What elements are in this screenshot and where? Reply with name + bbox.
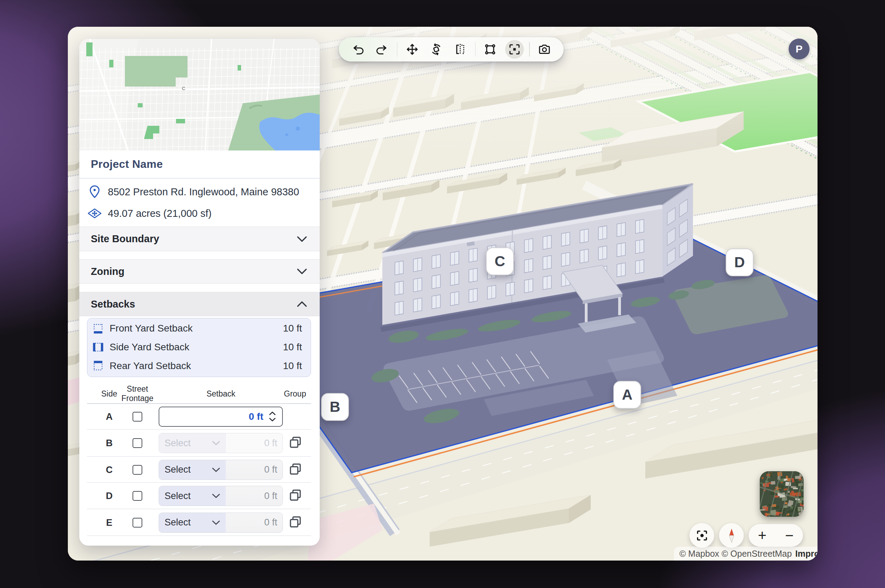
toolbar-separator [475, 42, 476, 57]
copy-icon [288, 436, 302, 450]
vertex-badge-letter: A [622, 387, 632, 403]
setback-label: Front Yard Setback [110, 323, 193, 334]
copy-group-button-B[interactable] [288, 436, 302, 450]
setback-combo-D: Select 0 ft [159, 486, 283, 506]
compass-needle-icon [723, 527, 740, 544]
section-zoning[interactable]: Zoning [79, 259, 320, 284]
section-site-boundary[interactable]: Site Boundary [79, 226, 320, 251]
setback-value-input-A[interactable]: 0 ft [159, 406, 283, 427]
setback-select-C[interactable]: Select [159, 460, 226, 480]
stepper-down-icon[interactable] [269, 418, 276, 422]
setback-value-text: 0 ft [264, 517, 277, 528]
chevron-down-icon [297, 268, 307, 274]
focus-selection-icon [508, 43, 521, 56]
move-tool-button[interactable] [403, 40, 421, 59]
copy-icon [288, 516, 302, 530]
rear-yard-setback-row: Rear Yard Setback 10 ft [87, 357, 311, 375]
map-attribution: © Mapbox © OpenStreetMap Improve this ma… [674, 547, 817, 561]
satellite-imagery [760, 471, 804, 517]
zoom-in-button[interactable]: + [749, 524, 776, 547]
mirror-icon [454, 43, 467, 56]
column-header-street-frontage: Street Frontage [117, 384, 158, 403]
redo-icon [376, 43, 388, 56]
redo-button[interactable] [373, 40, 391, 59]
column-header-setback: Setback [186, 389, 256, 399]
street-frontage-checkbox-C[interactable] [132, 465, 142, 475]
zoom-in-label: + [758, 528, 767, 543]
chevron-down-icon [212, 467, 220, 472]
location-pin-icon [87, 185, 102, 199]
copy-group-button-D[interactable] [288, 489, 302, 503]
stepper-control[interactable] [269, 411, 276, 422]
project-sidebar: C Project Name 8502 Preston Rd. Inglewoo… [79, 39, 320, 546]
street-frontage-checkbox-A[interactable] [132, 412, 142, 422]
setback-row-D: D Select 0 ft [79, 483, 320, 509]
copy-group-button-C[interactable] [288, 463, 302, 477]
street-frontage-checkbox-D[interactable] [132, 491, 142, 501]
improve-map-link[interactable]: Improve this map [795, 549, 817, 559]
toolbar-separator [397, 42, 397, 57]
side-label: D [95, 491, 123, 501]
undo-button[interactable] [349, 40, 367, 59]
desktop-background: C D B A [0, 0, 885, 588]
zoom-out-label: − [785, 528, 794, 543]
transform-bounds-icon [484, 43, 497, 56]
mirror-tool-button[interactable] [451, 40, 470, 59]
setback-row-E: E Select 0 ft [79, 509, 320, 536]
focus-selection-button[interactable] [505, 40, 524, 59]
project-title[interactable]: Project Name [91, 150, 163, 178]
setback-value-text: 0 ft [264, 491, 277, 501]
chevron-down-icon [212, 441, 220, 446]
avatar-initial: P [796, 43, 802, 55]
setback-value-text: 0 ft [264, 464, 277, 475]
setback-row-A: A 0 ft [79, 404, 320, 429]
user-avatar[interactable]: P [789, 39, 810, 59]
vertex-badge-A[interactable]: A [613, 381, 641, 409]
front-yard-setback-icon [92, 322, 104, 334]
site-area-icon [87, 208, 102, 219]
setback-label: Rear Yard Setback [110, 360, 191, 372]
setback-value-D: 0 ft [226, 486, 283, 506]
svg-text:C: C [182, 86, 185, 91]
basemap-style-thumbnail[interactable] [760, 471, 804, 517]
snapshot-camera-button[interactable] [535, 40, 554, 59]
recenter-button[interactable] [689, 523, 714, 548]
divider [79, 178, 320, 178]
chevron-down-icon [212, 520, 220, 525]
section-setbacks[interactable]: Setbacks [79, 292, 320, 316]
setback-value-E: 0 ft [226, 513, 283, 532]
select-placeholder: Select [164, 438, 191, 448]
select-placeholder: Select [164, 491, 191, 501]
compass-button[interactable] [719, 523, 744, 548]
setback-value-text: 0 ft [264, 438, 277, 448]
street-frontage-checkbox-E[interactable] [132, 518, 142, 528]
side-label: E [95, 517, 123, 528]
setback-select-B[interactable]: Select [159, 434, 226, 453]
camera-icon [538, 43, 551, 56]
chevron-down-icon [297, 236, 307, 242]
vertex-badge-C[interactable]: C [486, 248, 514, 275]
area-row: 49.07 acres (21,000 sf) [79, 203, 320, 224]
vertex-badge-D[interactable]: D [725, 249, 754, 276]
setback-value: 10 ft [283, 342, 302, 353]
vertex-badge-B[interactable]: B [321, 393, 349, 421]
street-frontage-checkbox-B[interactable] [132, 438, 142, 448]
app-window: C D B A [68, 27, 817, 561]
map-toolbar [339, 37, 564, 62]
setback-select-D[interactable]: Select [159, 486, 226, 506]
setback-value: 10 ft [283, 360, 302, 372]
stepper-up-icon[interactable] [269, 411, 276, 415]
zoom-out-button[interactable]: − [776, 524, 803, 547]
rotate-tool-button[interactable] [427, 40, 446, 59]
toolbar-separator [529, 42, 530, 57]
copy-group-button-E[interactable] [288, 516, 302, 530]
setback-combo-B: Select 0 ft [159, 433, 283, 453]
vertex-badge-letter: D [734, 254, 745, 271]
section-label: Site Boundary [91, 233, 160, 244]
side-yard-setback-row: Side Yard Setback 10 ft [87, 338, 311, 357]
setback-select-E[interactable]: Select [159, 513, 226, 532]
select-placeholder: Select [164, 464, 191, 475]
transform-bounds-button[interactable] [481, 40, 500, 59]
setback-label: Side Yard Setback [110, 342, 189, 353]
minimap[interactable]: C [79, 39, 320, 150]
